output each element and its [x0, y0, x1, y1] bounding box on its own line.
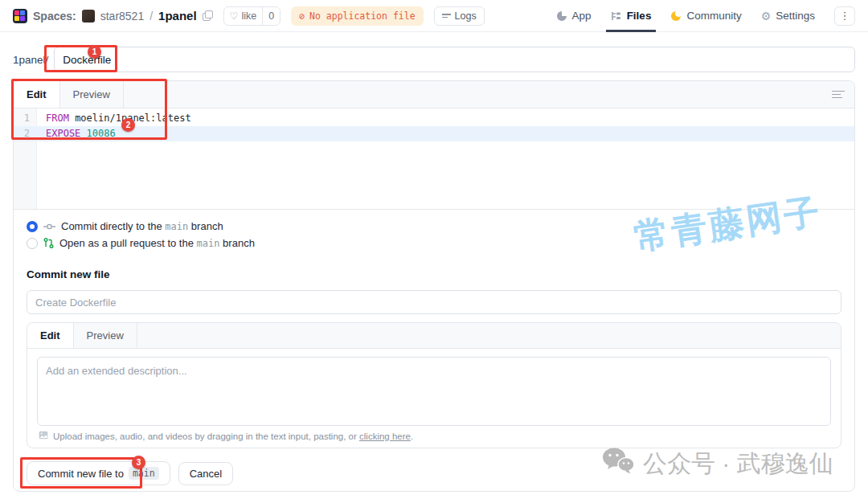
tab-app-label: App: [572, 10, 592, 22]
tab-settings[interactable]: ⚙ Settings: [761, 0, 815, 32]
more-options-button[interactable]: ⋮: [834, 6, 855, 26]
tab-app[interactable]: App: [556, 0, 592, 32]
radio-commit-direct[interactable]: [27, 221, 38, 232]
copy-icon[interactable]: [203, 10, 213, 21]
code-text: moelin/1panel:latest: [69, 112, 191, 124]
radio-open-pr[interactable]: [27, 238, 38, 249]
commit-direct-label: Commit directly to the main branch: [61, 220, 223, 232]
description-editor: Edit Preview Upload images, audio, and v…: [27, 322, 841, 448]
spaces-label: Spaces:: [33, 10, 76, 22]
filename-input[interactable]: [54, 47, 855, 72]
description-textarea[interactable]: [37, 357, 831, 426]
editor-options-icon[interactable]: [832, 88, 845, 100]
commit-pr-label: Open as a pull request to the main branc…: [59, 237, 255, 249]
new-file-panel: Edit Preview 1 FROM moelin/1panel:latest…: [13, 80, 855, 492]
repo-nav: App Files Community ⚙ Settings ⋮: [556, 0, 855, 32]
branch-chip: main: [129, 467, 159, 480]
line-number: 2: [14, 126, 36, 141]
tab-community[interactable]: Community: [670, 0, 741, 32]
commit-buttons-row: Commit new file to main Cancel: [27, 461, 841, 485]
code-editor[interactable]: 1 FROM moelin/1panel:latest 2 EXPOSE 100…: [14, 108, 854, 210]
commit-new-file-button[interactable]: Commit new file to main: [27, 461, 170, 485]
breadcrumb-separator: /: [149, 10, 153, 22]
kebab-icon: ⋮: [840, 10, 850, 22]
logs-icon: [442, 12, 451, 19]
spaces-logo-icon: [13, 9, 27, 23]
path-prefix: 1panel/: [13, 54, 48, 66]
filename-row: 1panel/: [13, 47, 855, 72]
git-commit-icon: [43, 222, 55, 231]
status-badge-text: No application file: [309, 10, 416, 22]
logs-label: Logs: [455, 10, 477, 22]
desc-tab-preview[interactable]: Preview: [74, 323, 137, 348]
description-body: Upload images, audio, and videos by drag…: [27, 349, 841, 448]
upload-hint: Upload images, audio, and videos by drag…: [37, 426, 831, 444]
like-count[interactable]: 0: [262, 7, 280, 25]
commit-form-heading: Commit new file: [27, 268, 841, 280]
files-icon: [611, 10, 622, 22]
commit-pr-option[interactable]: Open as a pull request to the main branc…: [27, 236, 841, 250]
commit-direct-option[interactable]: Commit directly to the main branch: [27, 219, 841, 233]
commit-message-input[interactable]: [27, 290, 841, 314]
editor-tabbar: Edit Preview: [14, 81, 854, 108]
status-badge: ⊘ No application file: [291, 6, 424, 26]
app-icon: [556, 10, 567, 22]
tab-settings-label: Settings: [776, 10, 815, 22]
code-keyword: FROM: [46, 112, 69, 124]
branch-name: main: [165, 221, 188, 232]
tab-edit[interactable]: Edit: [14, 81, 60, 108]
tab-community-label: Community: [686, 10, 741, 22]
heart-icon: ♡: [230, 10, 239, 22]
branch-name: main: [197, 238, 220, 249]
upload-click-here-link[interactable]: clicking here: [359, 432, 411, 441]
code-line-active[interactable]: 2 EXPOSE 10086: [14, 126, 854, 141]
code-line[interactable]: 1 FROM moelin/1panel:latest: [14, 111, 854, 126]
no-app-icon: ⊘: [299, 10, 305, 22]
like-button[interactable]: ♡ like 0: [223, 6, 280, 26]
gear-icon: ⚙: [761, 10, 772, 22]
owner-link[interactable]: star8521: [100, 10, 144, 22]
community-icon: [670, 10, 682, 22]
repo-breadcrumb: Spaces: star8521 / 1panel ♡ like 0 ⊘ No …: [13, 6, 485, 26]
logs-button[interactable]: Logs: [434, 6, 485, 26]
pull-request-icon: [43, 238, 54, 248]
tab-files[interactable]: Files: [611, 0, 652, 32]
tab-preview[interactable]: Preview: [60, 81, 124, 108]
image-icon: [39, 431, 48, 441]
commit-section: Commit directly to the main branch Open …: [14, 210, 854, 491]
code-keyword: EXPOSE: [46, 128, 80, 139]
repo-link[interactable]: 1panel: [158, 9, 197, 22]
owner-avatar[interactable]: [82, 10, 95, 22]
cancel-button[interactable]: Cancel: [178, 462, 233, 485]
description-tabbar: Edit Preview: [27, 323, 841, 349]
code-number: 10086: [80, 128, 115, 139]
header-bar: Spaces: star8521 / 1panel ♡ like 0 ⊘ No …: [0, 0, 868, 32]
tab-files-label: Files: [627, 10, 652, 22]
like-label: like: [241, 10, 256, 22]
line-number: 1: [14, 111, 36, 126]
desc-tab-edit[interactable]: Edit: [27, 323, 74, 348]
